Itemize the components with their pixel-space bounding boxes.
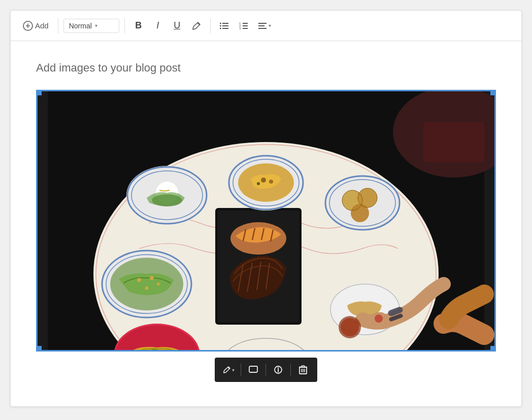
ordered-list-button[interactable]: 1. 2. 3. — [235, 17, 252, 34]
underline-button[interactable]: U — [169, 17, 186, 34]
svg-point-56 — [137, 278, 141, 282]
svg-point-72 — [341, 318, 359, 336]
svg-text:3.: 3. — [239, 27, 242, 30]
svg-point-38 — [257, 182, 260, 185]
editor-content: Add images to your blog post — [11, 41, 521, 406]
img-toolbar-divider-3 — [290, 364, 291, 376]
resize-handle-br[interactable] — [490, 346, 495, 351]
image-edit-button[interactable]: ▾ — [220, 361, 238, 379]
pencil-icon — [223, 366, 231, 374]
food-image — [38, 91, 494, 350]
editor-title: Add images to your blog post — [36, 61, 496, 75]
image-info-button[interactable] — [269, 361, 287, 379]
image-comment-button[interactable] — [244, 361, 262, 379]
add-label: Add — [35, 21, 49, 30]
svg-point-58 — [145, 287, 149, 290]
svg-point-70 — [375, 314, 383, 323]
unordered-list-button[interactable] — [216, 17, 233, 34]
align-icon — [257, 21, 268, 30]
comment-icon — [249, 366, 258, 374]
align-button[interactable]: ▾ — [254, 17, 274, 34]
editor-container: + Add Normal ▾ B I U — [10, 10, 522, 407]
image-wrapper[interactable]: ▾ — [36, 90, 496, 352]
format-select[interactable]: Normal ▾ — [63, 19, 119, 33]
pen-icon — [192, 21, 201, 30]
img-toolbar-divider-2 — [265, 364, 266, 376]
unordered-list-icon — [219, 21, 229, 30]
resize-handle-tr[interactable] — [490, 90, 495, 95]
svg-point-36 — [261, 178, 266, 183]
food-svg — [38, 91, 494, 350]
img-toolbar-divider-1 — [241, 364, 241, 376]
bold-button[interactable]: B — [130, 17, 147, 34]
divider-1 — [58, 18, 58, 33]
svg-point-6 — [220, 27, 221, 29]
edit-dropdown-arrow: ▾ — [232, 367, 235, 373]
svg-point-59 — [157, 283, 160, 286]
add-button[interactable]: + Add — [19, 19, 53, 33]
svg-point-49 — [351, 204, 369, 222]
info-icon — [274, 366, 282, 374]
divider-3 — [210, 18, 211, 33]
svg-rect-74 — [249, 366, 257, 372]
resize-handle-bl[interactable] — [37, 346, 42, 351]
selected-image-border — [36, 90, 496, 352]
image-delete-button[interactable] — [294, 361, 312, 379]
pen-button[interactable] — [188, 17, 205, 34]
svg-point-4 — [220, 22, 221, 24]
align-arrow: ▾ — [269, 23, 271, 28]
chevron-down-icon: ▾ — [95, 23, 97, 28]
resize-handle-tl[interactable] — [37, 90, 42, 95]
ordered-list-icon: 1. 2. 3. — [239, 21, 249, 30]
svg-rect-18 — [423, 122, 484, 162]
format-selected-label: Normal — [69, 22, 92, 30]
italic-button[interactable]: I — [149, 17, 167, 34]
plus-icon: + — [23, 21, 33, 31]
trash-icon — [299, 365, 307, 374]
svg-point-5 — [220, 25, 221, 26]
svg-point-77 — [278, 367, 279, 368]
image-toolbar: ▾ — [215, 358, 317, 382]
toolbar: + Add Normal ▾ B I U — [11, 11, 521, 41]
svg-point-57 — [150, 276, 154, 280]
divider-2 — [124, 18, 125, 33]
svg-point-37 — [269, 180, 273, 184]
